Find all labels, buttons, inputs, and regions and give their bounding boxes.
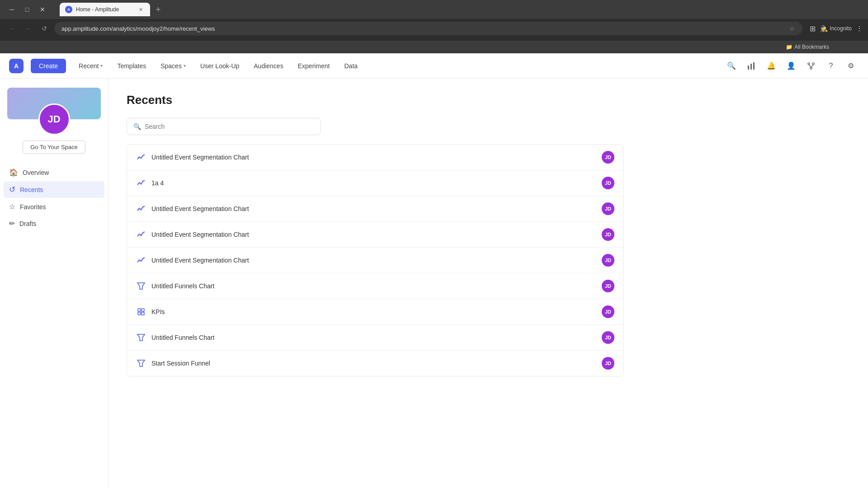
search-input[interactable]: [145, 123, 314, 130]
sidebar: JD Go To Your Space 🏠 Overview ↺ Recents…: [0, 79, 108, 488]
forward-button[interactable]: →: [22, 22, 34, 35]
svg-point-4: [812, 63, 814, 65]
browser-chrome: ─ □ ✕ A Home - Amplitude ✕ + ← → ↺ app.a…: [0, 0, 868, 41]
new-tab-button[interactable]: +: [152, 3, 165, 16]
svg-rect-11: [138, 312, 141, 315]
menu-icon[interactable]: ⋮: [856, 25, 863, 32]
table-row[interactable]: KPIs JD: [127, 299, 623, 325]
create-button[interactable]: Create: [31, 59, 66, 73]
recent-item-avatar: JD: [602, 280, 614, 292]
user-profile-area: JD Go To Your Space: [0, 79, 108, 161]
reload-button[interactable]: ↺: [38, 22, 51, 35]
tab-favicon: A: [65, 6, 72, 13]
address-bar[interactable]: app.amplitude.com/analytics/moodjoy2/hom…: [54, 22, 802, 35]
nav-user-lookup[interactable]: User Look-Up: [195, 59, 245, 73]
sidebar-nav: 🏠 Overview ↺ Recents ☆ Favorites ✏ Draft…: [0, 161, 108, 235]
search-bar[interactable]: 🔍: [127, 118, 321, 135]
recent-chevron-icon: ▾: [100, 63, 103, 68]
spaces-chevron-icon: ▾: [184, 63, 186, 68]
segmentation-chart-icon: [136, 152, 146, 162]
funnels-chart-icon: [136, 281, 146, 291]
svg-point-5: [810, 67, 812, 69]
recent-item-avatar: JD: [602, 357, 614, 370]
segmentation-chart-icon: [136, 178, 146, 188]
kpis-grid-icon: [136, 307, 146, 317]
segmentation-chart-icon: [136, 204, 146, 214]
maximize-button[interactable]: □: [21, 3, 33, 16]
go-to-space-button[interactable]: Go To Your Space: [23, 141, 85, 154]
window-controls: ─ □ ✕: [5, 3, 49, 16]
back-button[interactable]: ←: [5, 22, 18, 35]
chart-nav-icon[interactable]: [743, 58, 760, 74]
nav-templates[interactable]: Templates: [112, 59, 151, 73]
app-container: A Create Recent ▾ Templates Spaces ▾ Use…: [0, 53, 868, 488]
page-title: Recents: [127, 93, 850, 107]
table-row[interactable]: Untitled Event Segmentation Chart JD: [127, 145, 623, 170]
recent-item-name: Untitled Event Segmentation Chart: [151, 257, 596, 264]
sidebar-item-recents[interactable]: ↺ Recents: [4, 181, 104, 198]
avatar: JD: [38, 103, 70, 135]
svg-rect-2: [753, 62, 755, 70]
nav-spaces[interactable]: Spaces ▾: [155, 59, 191, 73]
svg-rect-12: [142, 312, 144, 315]
svg-line-7: [811, 65, 813, 67]
star-icon: ☆: [9, 202, 15, 211]
svg-marker-8: [137, 283, 145, 289]
top-nav: A Create Recent ▾ Templates Spaces ▾ Use…: [0, 53, 868, 79]
recent-item-avatar: JD: [602, 254, 614, 267]
recent-item-avatar: JD: [602, 202, 614, 215]
nav-recent[interactable]: Recent ▾: [73, 59, 108, 73]
segmentation-chart-icon: [136, 255, 146, 265]
tab-bar: A Home - Amplitude ✕ +: [54, 1, 863, 18]
recent-item-name: Untitled Funnels Chart: [151, 334, 596, 341]
incognito-badge: 🕵 Incognito: [820, 25, 852, 32]
help-button[interactable]: ?: [823, 58, 839, 74]
table-row[interactable]: 1a 4 JD: [127, 170, 623, 196]
recent-item-name: Untitled Event Segmentation Chart: [151, 205, 596, 212]
table-row[interactable]: Untitled Event Segmentation Chart JD: [127, 248, 623, 273]
table-row[interactable]: Untitled Event Segmentation Chart JD: [127, 196, 623, 222]
svg-marker-14: [137, 360, 145, 366]
segmentation-chart-icon: [136, 230, 146, 239]
tab-close-button[interactable]: ✕: [137, 5, 145, 14]
close-button[interactable]: ✕: [36, 3, 49, 16]
search-button[interactable]: 🔍: [723, 58, 740, 74]
recent-item-name: Untitled Event Segmentation Chart: [151, 154, 596, 161]
sidebar-item-drafts[interactable]: ✏ Drafts: [4, 216, 104, 231]
table-row[interactable]: Untitled Funnels Chart JD: [127, 325, 623, 351]
nav-audiences[interactable]: Audiences: [248, 59, 288, 73]
minimize-button[interactable]: ─: [5, 3, 18, 16]
settings-button[interactable]: ⚙: [843, 58, 859, 74]
svg-rect-0: [748, 66, 749, 70]
amplitude-logo[interactable]: A: [9, 59, 24, 73]
people-button[interactable]: 👤: [783, 58, 799, 74]
nav-data[interactable]: Data: [339, 59, 363, 73]
table-row[interactable]: Untitled Event Segmentation Chart JD: [127, 222, 623, 248]
recent-item-name: 1a 4: [151, 179, 596, 187]
recent-item-name: Untitled Funnels Chart: [151, 282, 596, 290]
table-row[interactable]: Untitled Funnels Chart JD: [127, 273, 623, 299]
home-icon: 🏠: [9, 168, 18, 177]
extensions-icon[interactable]: ⊞: [810, 24, 816, 33]
bookmarks-button[interactable]: 📁 All Bookmarks: [783, 43, 832, 51]
active-tab[interactable]: A Home - Amplitude ✕: [60, 3, 150, 16]
recents-list: Untitled Event Segmentation Chart JD 1a …: [127, 144, 624, 376]
recent-item-avatar: JD: [602, 228, 614, 241]
recent-item-avatar: JD: [602, 177, 614, 189]
recent-item-name: Untitled Event Segmentation Chart: [151, 231, 596, 238]
svg-line-6: [809, 65, 811, 67]
table-row[interactable]: Start Session Funnel JD: [127, 351, 623, 376]
bookmark-icon[interactable]: ☆: [789, 25, 795, 32]
nav-experiment[interactable]: Experiment: [292, 59, 335, 73]
sidebar-item-overview[interactable]: 🏠 Overview: [4, 164, 104, 180]
bookmarks-bar: 📁 All Bookmarks: [0, 41, 868, 53]
recent-item-avatar: JD: [602, 151, 614, 164]
branch-button[interactable]: [803, 58, 819, 74]
recent-item-name: KPIs: [151, 308, 596, 315]
address-text: app.amplitude.com/analytics/moodjoy2/hom…: [61, 25, 786, 32]
sidebar-item-favorites[interactable]: ☆ Favorites: [4, 199, 104, 215]
notifications-button[interactable]: 🔔: [763, 58, 779, 74]
svg-marker-13: [137, 334, 145, 341]
funnels-chart-icon: [136, 358, 146, 368]
pencil-icon: ✏: [9, 219, 15, 228]
